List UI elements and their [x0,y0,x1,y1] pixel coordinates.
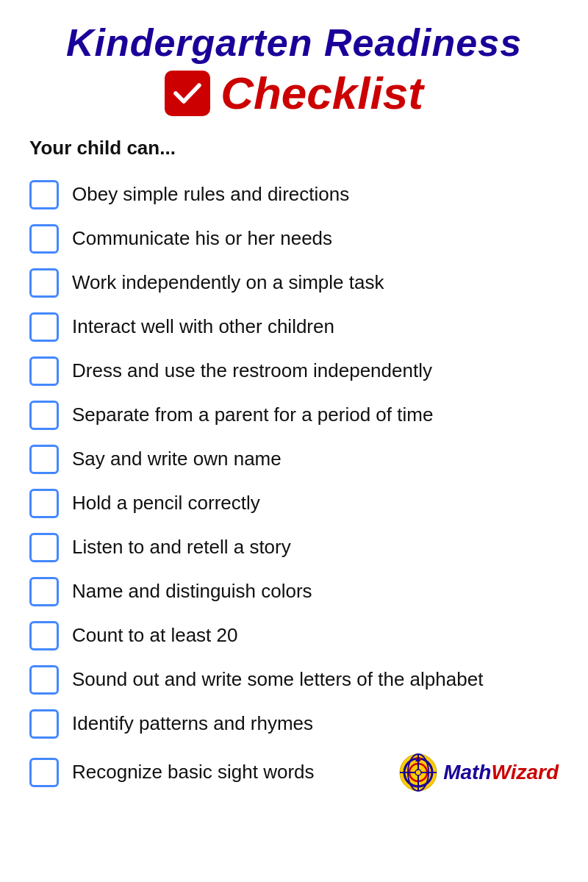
item-text-4: Interact well with other children [72,315,334,340]
checkbox-10[interactable] [29,577,59,606]
checklist-word: Checklist [220,67,423,119]
list-item: Interact well with other children [29,305,559,349]
item-text-12: Sound out and write some letters of the … [72,667,483,692]
list-item: Identify patterns and rhymes [29,702,559,746]
item-text-8: Hold a pencil correctly [72,491,260,516]
title-line1: Kindergarten Readiness [29,22,559,64]
item-text-5: Dress and use the restroom independently [72,359,432,384]
checkbox-9[interactable] [29,533,59,562]
checkbox-14[interactable] [29,758,59,787]
item-text-7: Say and write own name [72,447,282,472]
list-item: Work independently on a simple task [29,261,559,305]
item-text-14: Recognize basic sight words [72,760,315,785]
checklist: Obey simple rules and directions Communi… [29,173,559,799]
list-item: Count to at least 20 [29,614,559,658]
list-item: Recognize basic sight words [29,746,559,799]
item-text-10: Name and distinguish colors [72,579,312,604]
list-item: Hold a pencil correctly [29,481,559,526]
svg-point-6 [415,770,421,775]
checkbox-4[interactable] [29,312,59,342]
item-text-9: Listen to and retell a story [72,535,291,560]
checkbox-2[interactable] [29,224,59,254]
checkbox-1[interactable] [29,180,59,209]
title-line2: Checklist [29,67,559,119]
list-item: Listen to and retell a story [29,526,559,570]
item-text-1: Obey simple rules and directions [72,182,349,207]
list-item: Say and write own name [29,437,559,481]
list-item: Sound out and write some letters of the … [29,658,559,702]
checkbox-6[interactable] [29,401,59,430]
checkbox-7[interactable] [29,445,59,474]
list-item: Dress and use the restroom independently [29,349,559,393]
mathwizard-logo: MathWizard [399,753,559,792]
list-item: Separate from a parent for a period of t… [29,393,559,437]
page-header: Kindergarten Readiness Checklist [29,22,559,119]
checkbox-12[interactable] [29,665,59,695]
list-item: Obey simple rules and directions [29,173,559,217]
checkbox-11[interactable] [29,621,59,650]
checkbox-5[interactable] [29,356,59,386]
item-text-3: Work independently on a simple task [72,270,384,295]
checkbox-13[interactable] [29,709,59,739]
mathwizard-brand-text: MathWizard [443,761,559,784]
item-text-11: Count to at least 20 [72,623,237,648]
checkmark-icon [165,71,210,116]
list-item: Name and distinguish colors [29,570,559,614]
list-item: Communicate his or her needs [29,217,559,261]
item-text-13: Identify patterns and rhymes [72,711,313,736]
item-text-6: Separate from a parent for a period of t… [72,403,433,428]
checkbox-8[interactable] [29,489,59,518]
checkbox-3[interactable] [29,268,59,298]
subtitle: Your child can... [29,137,559,159]
item-text-2: Communicate his or her needs [72,226,332,251]
